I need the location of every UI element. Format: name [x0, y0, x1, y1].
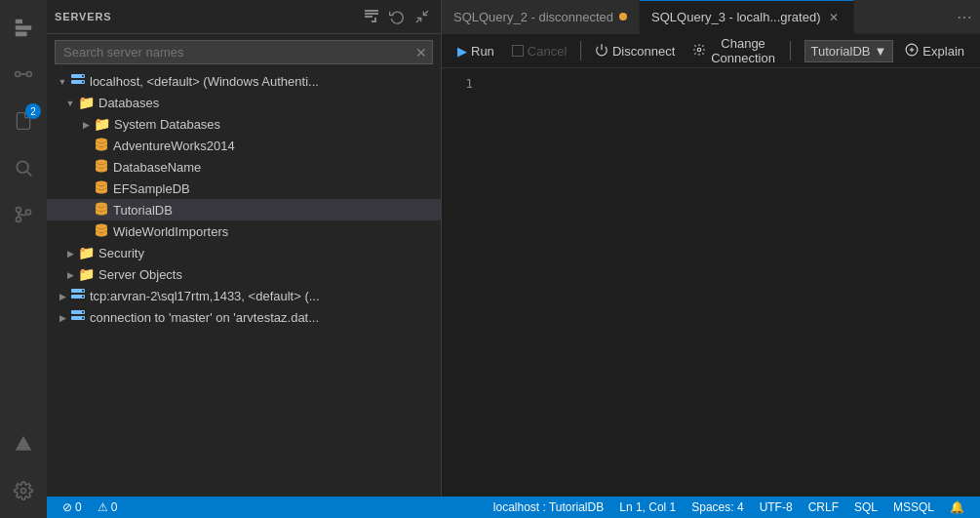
run-label: Run [471, 44, 494, 59]
wideworldimporters-icon [94, 222, 109, 241]
svg-line-18 [423, 11, 428, 16]
tree-item-efsampledb[interactable]: EFSampleDB [47, 178, 441, 199]
status-encoding[interactable]: UTF-8 [752, 497, 801, 518]
databasename-label: DatabaseName [113, 160, 201, 175]
tree-item-security[interactable]: 📁 Security [47, 242, 441, 263]
server3-label: connection to 'master' on 'arvtestaz.dat… [90, 310, 319, 325]
tree-container[interactable]: localhost, <default> (Windows Authenti..… [47, 70, 441, 518]
cancel-button[interactable]: Cancel [504, 41, 574, 61]
status-left: ⊘ 0 ⚠ 0 [55, 497, 125, 518]
tree-item-server2[interactable]: tcp:arvran-2\sql17rtm,1433, <default> (.… [47, 285, 441, 306]
status-language[interactable]: SQL [846, 497, 885, 518]
tutorialdb-label: TutorialDB [113, 203, 173, 218]
editor-body[interactable]: 1 [442, 68, 980, 518]
svg-line-7 [27, 172, 32, 177]
server2-label: tcp:arvran-2\sql17rtm,1433, <default> (.… [90, 289, 320, 303]
tree-item-server3[interactable]: connection to 'master' on 'arvtestaz.dat… [47, 306, 441, 328]
status-position[interactable]: Ln 1, Col 1 [611, 497, 684, 518]
svg-point-28 [96, 223, 107, 228]
status-position-label: Ln 1, Col 1 [619, 500, 676, 514]
svg-rect-1 [16, 25, 32, 30]
svg-rect-0 [16, 20, 22, 24]
sidebar-icons [361, 6, 433, 27]
svg-marker-11 [16, 436, 32, 451]
search-box-container: ✕ [47, 34, 441, 70]
tree-item-serverobjects[interactable]: 📁 Server Objects [47, 263, 441, 285]
status-connection[interactable]: localhost : TutorialDB [486, 497, 611, 518]
tree-item-server1[interactable]: localhost, <default> (Windows Authenti..… [47, 70, 441, 92]
db-selector[interactable]: TutorialDB ▼ [804, 40, 894, 62]
change-connection-button[interactable]: Change Connection [685, 33, 784, 68]
cancel-label: Cancel [528, 44, 567, 59]
explorer-icon[interactable] [0, 4, 47, 51]
svg-point-8 [17, 208, 21, 213]
tree-item-databasename[interactable]: DatabaseName [47, 156, 441, 178]
disconnect-button[interactable]: Disconnect [587, 40, 683, 62]
tab-sqlquery2[interactable]: SQLQuery_2 - disconnected [442, 0, 640, 34]
tab-sqlquery3[interactable]: SQLQuery_3 - localh...grated) ✕ [640, 0, 854, 34]
tab-more-icon[interactable]: ⋯ [949, 8, 980, 26]
svg-point-3 [16, 72, 20, 77]
activity-bar: 2 [0, 0, 47, 518]
db-name: TutorialDB [811, 44, 871, 59]
status-warning-icon: ⚠ [98, 500, 108, 514]
status-notifications[interactable]: 🔔 [942, 497, 972, 518]
main-layout: SERVERS [47, 0, 980, 518]
editor-content[interactable] [481, 68, 980, 518]
file-icon[interactable]: 2 [0, 98, 47, 144]
svg-point-27 [96, 202, 107, 207]
refresh-icon[interactable] [386, 6, 408, 27]
connect-icon[interactable] [0, 51, 47, 98]
new-query-icon[interactable] [361, 6, 382, 27]
svg-rect-15 [365, 16, 372, 18]
search-activity-icon[interactable] [0, 144, 47, 191]
git-icon[interactable] [0, 191, 47, 238]
efsampledb-label: EFSampleDB [113, 181, 190, 196]
status-error-icon: ⊘ [62, 500, 72, 514]
explain-button[interactable]: Explain [897, 40, 972, 62]
status-encoding-label: UTF-8 [760, 500, 793, 514]
adventureworks-icon [94, 137, 109, 155]
status-line-ending[interactable]: CRLF [801, 497, 846, 518]
deploy-icon[interactable] [0, 420, 47, 467]
cancel-square-icon [512, 45, 524, 57]
svg-point-22 [82, 75, 84, 77]
tree-item-wideworldimporters[interactable]: WideWorldImporters [47, 220, 441, 242]
settings-icon[interactable] [0, 467, 47, 514]
svg-point-10 [26, 210, 31, 215]
tree-item-databases[interactable]: 📁 Databases [47, 92, 441, 113]
tab2-close-icon[interactable]: ✕ [826, 10, 842, 25]
toolbar-separator-2 [790, 41, 791, 60]
status-error-count: 0 [75, 500, 82, 514]
security-label: Security [98, 246, 144, 260]
tree-item-adventureworks[interactable]: AdventureWorks2014 [47, 135, 441, 156]
svg-line-19 [416, 18, 421, 22]
change-connection-label: Change Connection [710, 36, 776, 65]
status-dialect[interactable]: MSSQL [885, 497, 942, 518]
status-spaces[interactable]: Spaces: 4 [684, 497, 751, 518]
server2-icon [70, 287, 86, 305]
disconnect-icon [595, 43, 608, 60]
editor-area: SQLQuery_2 - disconnected SQLQuery_3 - l… [442, 0, 980, 518]
tab1-label: SQLQuery_2 - disconnected [453, 10, 613, 24]
search-clear-icon[interactable]: ✕ [415, 45, 427, 60]
file-badge: 2 [25, 103, 41, 119]
svg-point-38 [698, 48, 702, 52]
search-input[interactable] [55, 40, 433, 64]
svg-point-26 [96, 180, 107, 185]
svg-point-4 [26, 72, 31, 77]
status-connection-label: localhost : TutorialDB [493, 500, 604, 514]
tree-item-tutorialdb[interactable]: TutorialDB [47, 199, 441, 220]
run-button[interactable]: ▶ Run [450, 41, 502, 61]
svg-rect-13 [365, 10, 378, 12]
tree-item-systemdbs[interactable]: 📁 System Databases [47, 113, 441, 135]
sidebar-title: SERVERS [55, 11, 112, 22]
svg-point-6 [17, 161, 28, 173]
toolbar-separator-1 [580, 41, 581, 60]
arrow-server2 [55, 288, 70, 303]
status-warning-item[interactable]: ⚠ 0 [90, 497, 126, 518]
collapse-icon[interactable] [412, 6, 433, 27]
svg-rect-17 [372, 20, 376, 22]
status-error-item[interactable]: ⊘ 0 [55, 497, 90, 518]
serverobjects-label: Server Objects [98, 267, 182, 282]
